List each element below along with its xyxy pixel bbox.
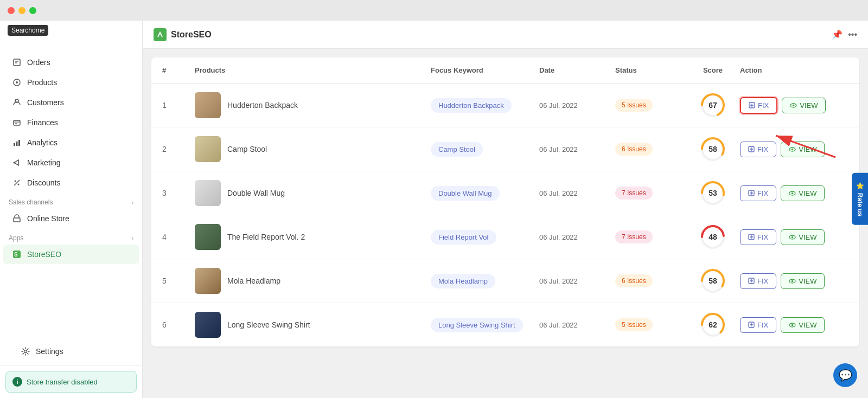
sidebar-item-discounts[interactable]: Discounts [3,173,139,192]
table-row: 5 Mola Headlamp Mola Headlamp 06 Jul, 20… [151,259,859,303]
row-num: 4 [162,233,195,241]
brand-name: StoreSEO [171,30,212,40]
sidebar-item-marketing-label: Marketing [27,158,60,167]
product-cell: Double Wall Mug [195,180,431,206]
sidebar-item-analytics[interactable]: Analytics [3,133,139,152]
date-cell: 06 Jul, 2022 [539,189,615,197]
sidebar-item-customers[interactable]: Customers [3,93,139,112]
keyword-cell: Hudderton Backpack [431,100,539,110]
sidebar-item-online-store[interactable]: Online Store [3,209,139,228]
action-cell: FIX VIEW [740,185,848,201]
table-row: 6 Long Sleeve Swing Shirt Long Sleeve Sw… [151,303,859,346]
view-button[interactable]: VIEW [781,229,825,245]
sales-channels-chevron-icon: › [132,200,133,206]
product-image [195,224,221,250]
view-button[interactable]: VIEW [782,98,826,113]
apps-label: Apps [9,234,23,242]
orders-icon [12,57,22,67]
main-content: StoreSEO 📌 ••• # Products Focus Keyword … [143,0,868,398]
keyword-badge: Mola Headlamp [431,274,495,288]
table-row: 4 The Field Report Vol. 2 Field Report V… [151,215,859,259]
score-value: 67 [709,101,717,110]
col-num: # [162,66,195,74]
fix-button[interactable]: FIX [740,185,776,201]
view-button[interactable]: VIEW [781,317,825,333]
keyword-cell: Mola Headlamp [431,276,539,286]
status-badge: 6 Issues [615,143,653,156]
sidebar-item-customers-label: Customers [27,98,64,107]
keyword-badge: Double Wall Mug [431,186,500,201]
date-cell: 06 Jul, 2022 [539,233,615,241]
status-badge: 5 Issues [615,318,653,331]
search-tooltip: Searchome [8,25,48,36]
score-circle: 58 [700,268,725,293]
sidebar-item-products-label: Products [27,78,57,87]
score-cell: 58 [686,137,740,162]
sidebar-item-marketing[interactable]: Marketing [3,153,139,172]
svg-text:S: S [14,252,18,258]
titlebar [0,0,868,21]
svg-point-24 [793,104,795,106]
maximize-button[interactable] [29,7,36,14]
status-cell: 7 Issues [615,187,686,200]
date-cell: 06 Jul, 2022 [539,277,615,285]
topbar-actions: 📌 ••• [832,29,857,40]
fix-button[interactable]: FIX [740,229,776,245]
status-cell: 6 Issues [615,274,686,287]
score-value: 53 [709,189,717,197]
apps-section[interactable]: Apps › [0,229,142,244]
traffic-lights [8,7,36,14]
table-row: 1 Hudderton Backpack Hudderton Backpack … [151,84,859,127]
score-circle: 48 [700,224,725,249]
sidebar-item-settings[interactable]: Settings [12,342,130,361]
sidebar-item-orders[interactable]: Orders [3,53,139,72]
row-num: 1 [162,101,195,110]
row-num: 2 [162,145,195,153]
chat-button[interactable]: 💬 [833,363,857,387]
sidebar-item-finances[interactable]: Finances [3,113,139,132]
view-button[interactable]: VIEW [781,185,825,201]
sidebar-item-storeseo[interactable]: S StoreSEO [3,245,139,264]
pin-icon[interactable]: 📌 [832,29,843,40]
view-button[interactable]: VIEW [781,142,825,157]
score-circle: 58 [700,137,725,162]
product-cell: Long Sleeve Swing Shirt [195,312,431,338]
date-cell: 06 Jul, 2022 [539,145,615,153]
product-name: Long Sleeve Swing Shirt [227,320,310,329]
sidebar-item-products[interactable]: Products [3,73,139,92]
action-cell: FIX VIEW [740,317,848,333]
product-cell: Hudderton Backpack [195,92,431,118]
keyword-cell: Long Sleeve Swing Shirt [431,320,539,330]
close-button[interactable] [8,7,15,14]
svg-point-4 [16,81,18,84]
fix-button[interactable]: FIX [740,317,776,333]
product-image [195,136,221,162]
svg-point-44 [792,280,794,282]
status-badge: 5 Issues [615,99,653,112]
score-cell: 62 [686,312,740,337]
svg-point-12 [14,162,15,164]
svg-rect-10 [16,142,18,146]
brand-logo-icon [154,28,167,41]
sales-channels-section[interactable]: Sales channels › [0,193,142,208]
more-icon[interactable]: ••• [848,30,857,40]
marketing-icon [12,158,22,168]
table-header: # Products Focus Keyword Date Status Sco… [151,57,859,84]
fix-button[interactable]: FIX [740,273,776,289]
rate-us-button[interactable]: ⭐ Rate us [852,173,868,225]
fix-button[interactable]: FIX [740,142,776,157]
rate-us-label: Rate us [856,193,864,216]
keyword-badge: Camp Stool [431,142,483,157]
minimize-button[interactable] [18,7,25,14]
score-cell: 58 [686,268,740,293]
fix-button[interactable]: FIX [740,97,777,114]
apps-chevron-icon: › [132,235,133,241]
status-cell: 5 Issues [615,99,686,112]
status-badge: 7 Issues [615,187,653,200]
view-button[interactable]: VIEW [781,273,825,289]
svg-point-34 [792,192,794,194]
col-keyword: Focus Keyword [431,66,539,74]
date-cell: 06 Jul, 2022 [539,101,615,110]
score-value: 48 [709,233,717,241]
brand-logo: StoreSEO [154,28,212,41]
